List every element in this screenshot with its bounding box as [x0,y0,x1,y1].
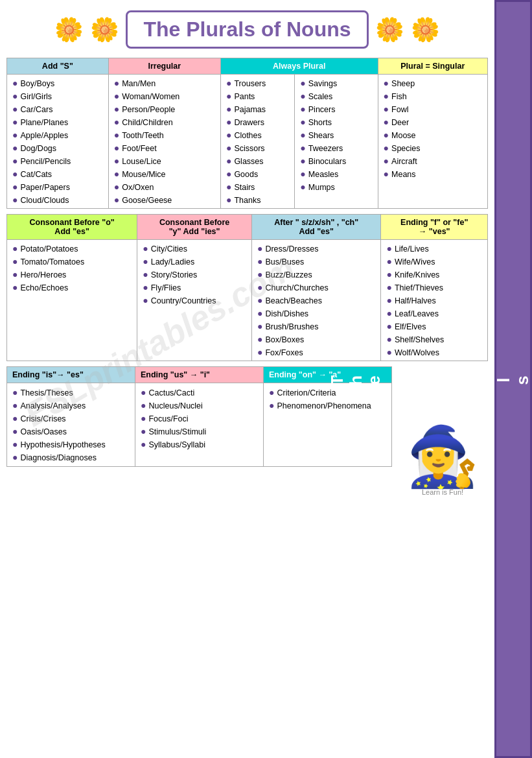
bullet: ● [257,334,262,344]
bullet: ● [143,269,148,279]
list-item: ●Buzz/Buzzes [257,268,375,281]
list-item: ●Echo/Echoes [12,281,132,294]
table2-body-row: ●Potato/Potatoes ●Tomato/Tomatoes ●Hero/… [7,240,488,361]
list-item: ●Dog/Dogs [12,141,103,154]
bullet: ● [12,91,17,101]
header-consonant-y: Consonant Before"y" Add "ies" [137,215,252,240]
list-item: ●Potato/Potatoes [12,242,132,255]
bullet: ● [12,282,17,292]
sidebar-title: T h e P l u r a l s o f N o u n s [328,372,532,386]
list-item: ●Pencil/Pencils [12,154,103,167]
bullet: ● [226,169,231,179]
list-item: ●Foot/Feet [114,141,215,154]
header-is-es: Ending "is"→ "es" [7,367,135,383]
col-is-es: Ending "is"→ "es" ●Thesis/Theses ●Analys… [7,367,135,466]
bullet: ● [114,156,119,166]
bullet: ● [141,413,146,423]
list-item: ●Moose [384,128,482,141]
col-f-fe: ●Life/Lives ●Wife/Wives ●Knife/Knives ●T… [381,240,488,361]
col-consonant-y: ●City/Cities ●Lady/Ladies ●Story/Stories… [137,240,252,361]
bullet: ● [226,195,231,205]
list-item: ●Fish [384,89,482,102]
list-item: ●Scissors [226,141,289,154]
bullet: ● [300,156,305,166]
bullet: ● [300,130,305,140]
bullet: ● [12,78,17,88]
list-item: ●Shorts [300,115,372,128]
list-item: ●Plane/Planes [12,115,103,128]
bullet: ● [226,117,231,127]
bullet: ● [300,104,305,114]
list-item: ●Tooth/Teeth [114,128,215,141]
page-title: The Plurals of Nouns [143,18,351,41]
bullet: ● [12,256,17,266]
list-item: ●Fox/Foxes [257,346,375,359]
bullet: ● [386,282,391,292]
sidebar-text-line: P [402,372,421,386]
col-us-i: Ending "us" → "i" ●Cactus/Cacti ●Nucleus… [135,367,264,466]
header-add-s: Add "S" [7,58,109,75]
list-item: ●Drawers [226,115,289,128]
bullet: ● [226,143,231,153]
list-item: ●Beach/Beaches [257,294,375,307]
bullet: ● [226,182,231,192]
bullet: ● [114,130,119,140]
list-item: ●Pincers [300,102,372,115]
bullet: ● [300,143,305,153]
bullet: ● [257,256,262,266]
list-item: ●Ox/Oxen [114,180,215,193]
list-item: ●Stimulus/Stimuli [141,425,258,438]
list-item: ●Goose/Geese [114,193,215,206]
f-fe-list: ●Life/Lives ●Wife/Wives ●Knife/Knives ●T… [386,242,482,359]
bullet: ● [143,282,148,292]
bullet: ● [257,321,262,331]
always-plural-list-1: ●Trousers ●Pants ●Pajamas ●Drawers ●Clot… [226,77,289,206]
consonant-o-list: ●Potato/Potatoes ●Tomato/Tomatoes ●Hero/… [12,242,132,294]
bullet: ● [226,130,231,140]
list-item: ●Bus/Buses [257,255,375,268]
flower-left-1: 🌼 [54,16,84,43]
bullet: ● [141,387,146,397]
col-consonant-o: ●Potato/Potatoes ●Tomato/Tomatoes ●Hero/… [7,240,137,361]
title-section: 🌼 🌼 The Plurals of Nouns 🌼 🌼 [6,6,488,53]
list-item: ●Child/Children [114,115,215,128]
list-item: ●Apple/Apples [12,128,103,141]
list-item: ●Hero/Heroes [12,268,132,281]
bullet: ● [12,387,17,397]
list-item: ●Goods [226,167,289,180]
list-item: ●Pants [226,89,289,102]
bullet: ● [12,439,17,449]
list-item: ●Stairs [226,180,289,193]
wizard-icon: 🧙‍♀️ [406,427,479,486]
table1-body-row: ●Boy/Boys ●Girl/Girls ●Car/Cars ●Plane/P… [7,75,488,209]
bullet: ● [114,195,119,205]
bullet: ● [114,182,119,192]
bullet: ● [384,156,389,166]
list-item: ●Wife/Wives [386,255,482,268]
bullet: ● [143,243,148,254]
bullet: ● [300,117,305,127]
bullet: ● [141,439,146,449]
header-plural-singular: Plural = Singular [378,58,487,75]
list-item: ●Sheep [384,77,482,89]
list-item: ●Phenomenon/Phenomena [269,399,386,412]
list-item: ●Shears [300,128,372,141]
list-item: ●Person/People [114,102,215,115]
sidebar: T h e P l u r a l s o f N o u n s [494,0,532,758]
list-item: ●Oasis/Oases [12,425,130,438]
bullet: ● [386,269,391,279]
sidebar-text-line [384,372,402,386]
list-item: ●Measles [300,167,372,180]
bullet: ● [257,269,262,279]
flower-left-2: 🌼 [90,16,119,43]
list-item: ●Aircraft [384,154,482,167]
list-item: ●Glasses [226,154,289,167]
bullet: ● [226,156,231,166]
list-item: ●Syllabus/Syllabi [141,438,258,451]
flower-right-2: 🌼 [411,16,440,43]
bullet: ● [114,78,119,88]
list-item: ●Species [384,141,482,154]
list-item: ●Diagnosis/Diagnoses [12,451,130,464]
bullet: ● [257,243,262,254]
bullet: ● [114,91,119,101]
